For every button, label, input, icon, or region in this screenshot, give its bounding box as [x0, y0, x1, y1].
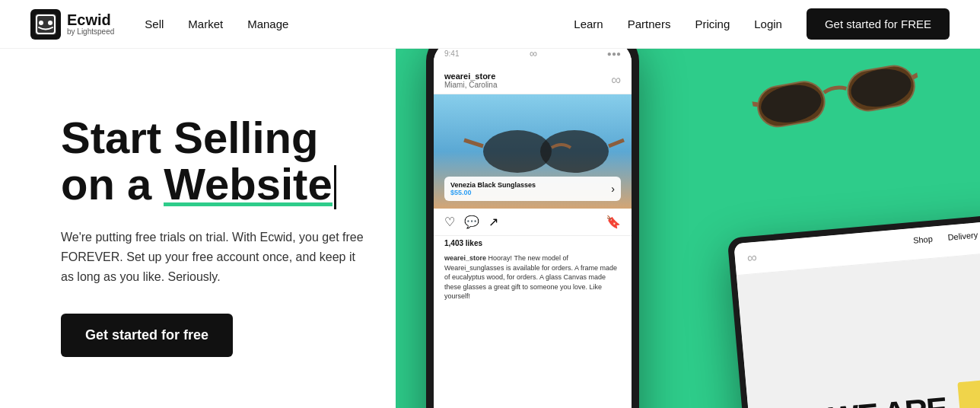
phone-product-card: Venezia Black Sunglasses $55.00 › [444, 177, 621, 201]
nav-cta-button[interactable]: Get started for FREE [807, 8, 950, 40]
phone-heart-icon[interactable]: ♡ [444, 215, 455, 229]
phone-caption: wearei_store Hooray! The new model of We… [434, 250, 632, 304]
navbar: Ecwid by Lightspeed Sell Market Manage L… [0, 0, 980, 49]
phone-header: wearei_store Miami, Carolina ∞ [434, 62, 632, 94]
svg-point-4 [48, 21, 52, 25]
nav-market[interactable]: Market [188, 18, 223, 30]
svg-rect-1 [35, 14, 56, 35]
tablet-nav-delivery[interactable]: Delivery [947, 230, 978, 248]
tablet-mockup: ∞ Shop Delivery S WE ARE [727, 213, 980, 408]
logo[interactable]: Ecwid by Lightspeed [30, 9, 114, 40]
nav-left-links: Sell Market Manage [145, 18, 288, 30]
hero-right: 9:41 ∞ ●●● wearei_store Miami, Carolina … [396, 49, 980, 408]
nav-login[interactable]: Login [754, 18, 782, 30]
phone-mockup: 9:41 ∞ ●●● wearei_store Miami, Carolina … [426, 49, 639, 408]
hero-left: Start Selling on a Website We're putting… [0, 49, 396, 408]
tablet-headline: WE ARE [828, 390, 948, 408]
phone-likes: 1,403 likes [434, 236, 632, 250]
logo-sub: by Lightspeed [67, 27, 114, 37]
hero-cta-button[interactable]: Get started for free [61, 314, 233, 357]
phone-product-name: Venezia Black Sunglasses [450, 181, 536, 189]
phone-actions: ♡ 💬 ↗ 🔖 [434, 209, 632, 236]
phone-comment-icon[interactable]: 💬 [464, 215, 479, 229]
nav-partners[interactable]: Partners [628, 18, 671, 30]
nav-manage[interactable]: Manage [247, 18, 288, 30]
hero-description: We're putting free trials on trial. With… [61, 228, 365, 286]
logo-name: Ecwid [67, 12, 114, 27]
nav-sell[interactable]: Sell [145, 18, 164, 30]
hero-section: Start Selling on a Website We're putting… [0, 49, 980, 408]
tablet-body: WE ARE [737, 252, 980, 408]
phone-store-name: wearei_store [444, 72, 497, 81]
svg-line-12 [913, 71, 924, 77]
svg-line-11 [747, 100, 757, 107]
phone-save-icon[interactable]: 🔖 [606, 215, 621, 229]
nav-right-links: Learn Partners Pricing Login Get started… [574, 8, 950, 40]
phone-store-location: Miami, Carolina [444, 81, 497, 89]
tablet-infinity-icon: ∞ [746, 250, 758, 266]
sunglasses-decoration [747, 49, 924, 142]
phone-infinity-icon: ∞ [611, 72, 621, 88]
hero-highlight: Website [164, 161, 332, 208]
phone-share-icon[interactable]: ↗ [488, 215, 498, 229]
logo-icon [30, 9, 61, 40]
phone-product-image: Venezia Black Sunglasses $55.00 › [434, 94, 632, 209]
svg-point-3 [39, 21, 43, 25]
tablet-yellow-block [957, 379, 980, 408]
tablet-nav-shop[interactable]: Shop [913, 234, 934, 252]
hero-title: Start Selling on a Website [61, 115, 365, 210]
svg-point-15 [540, 130, 609, 173]
phone-product-price: $55.00 [450, 189, 536, 196]
nav-learn[interactable]: Learn [574, 18, 603, 30]
nav-pricing[interactable]: Pricing [695, 18, 730, 30]
